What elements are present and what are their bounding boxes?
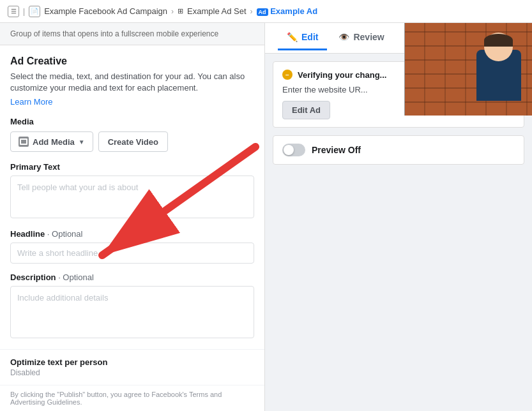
primary-text-label: Primary Text [10,162,254,172]
right-panel: ✏️ Edit 👁️ Review − Verifying your chang… [265,23,532,411]
group-info-text: Group of items that opens into a fullscr… [10,29,218,38]
optimize-title: Optimize text per person [10,357,254,367]
person-silhouette [471,33,526,116]
headline-section: Headline · Optional [0,229,264,264]
campaign-icon: 📄 [29,6,40,17]
add-media-button[interactable]: Add Media ▼ [10,131,93,152]
breadcrumb-ad[interactable]: Ad Example Ad [257,6,318,16]
tab-review[interactable]: 👁️ Review [330,26,393,50]
optimize-value: Disabled [10,368,254,377]
review-icon: 👁️ [338,32,349,42]
primary-text-section: Primary Text [0,162,264,220]
add-media-label: Add Media [33,137,75,147]
media-buttons: Add Media ▼ Create Video [10,131,254,152]
dropdown-arrow-icon: ▼ [79,138,85,146]
group-info-bar: Group of items that opens into a fullscr… [0,23,264,45]
description-label: Description · Optional [10,273,254,282]
breadcrumb-adset[interactable]: Example Ad Set [187,6,247,16]
toggle-icon[interactable]: ☰ [8,6,19,17]
left-panel: Group of items that opens into a fullscr… [0,23,265,411]
breadcrumb-bar: ☰ | 📄 Example Facebook Ad Campaign › ⊞ E… [0,0,532,23]
media-icon [19,137,29,147]
breadcrumb-arrow-1: › [171,7,174,16]
media-label: Media [10,117,254,126]
breadcrumb-arrow-2: › [250,7,253,16]
verifying-header-text: Verifying your chang... [298,70,386,80]
edit-icon: ✏️ [287,32,298,42]
description-input[interactable] [10,286,254,338]
tab-edit[interactable]: ✏️ Edit [278,26,327,50]
optimize-section: Optimize text per person Disabled [0,349,264,385]
preview-toggle[interactable] [282,144,305,156]
preview-toggle-section: Preview Off [273,135,524,165]
headline-label: Headline · Optional [10,229,254,239]
ad-creative-title: Ad Creative [10,56,254,67]
headline-input[interactable] [10,243,254,264]
media-section: Media Add Media ▼ Create Video [0,107,264,152]
ad-creative-desc: Select the media, text, and destination … [10,71,254,94]
preview-label: Preview Off [312,145,361,155]
primary-text-input[interactable] [10,176,254,218]
ad-icon: Ad [257,8,268,16]
ad-creative-section: Ad Creative Select the media, text, and … [0,45,264,107]
video-thumbnail [404,23,532,116]
toggle-knob [284,145,294,155]
learn-more-link[interactable]: Learn More [10,97,52,107]
breadcrumb-sep-1: | [23,7,25,16]
verifying-status-icon: − [282,70,293,80]
description-section: Description · Optional [0,273,264,340]
bottom-note: By clicking the "Publish" button, you ag… [0,385,264,411]
create-video-button[interactable]: Create Video [98,131,168,152]
edit-ad-button[interactable]: Edit Ad [282,101,330,119]
main-layout: Group of items that opens into a fullscr… [0,23,532,411]
breadcrumb-campaign[interactable]: Example Facebook Ad Campaign [44,6,167,16]
